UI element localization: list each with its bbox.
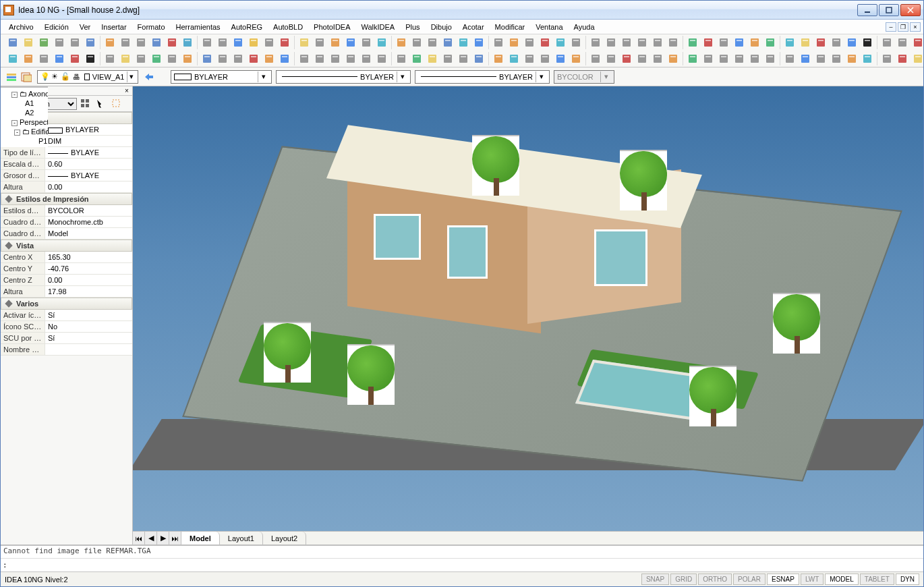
property-value[interactable]: -40.76 [45,263,132,274]
property-row[interactable]: Centro Y-40.76 [1,263,132,275]
toolbar-button[interactable] [165,52,179,65]
tab-nav-prev[interactable]: ◀ [145,532,157,544]
layer-states-icon[interactable] [20,70,33,84]
menu-insertar[interactable]: Insertar [96,21,132,33]
property-row[interactable]: Tipo de líneaBYLAYE [1,147,132,159]
toolbar-button[interactable] [359,52,373,65]
property-row[interactable]: Centro Z0.00 [1,275,132,286]
toolbar-button[interactable] [231,36,245,49]
toolbar-button[interactable] [426,36,439,49]
toolbar-button[interactable] [492,36,505,49]
toolbar-button[interactable] [845,36,859,49]
toolbar-button[interactable] [84,52,97,65]
status-toggle-model[interactable]: MODEL [825,574,859,585]
toolbar-button[interactable] [896,52,909,65]
toolbar-button[interactable] [783,36,797,49]
property-value[interactable]: Sí [45,310,132,320]
property-row[interactable]: Centro X165.30 [1,252,132,263]
toolbar-button[interactable] [651,36,664,49]
toolbar-button[interactable] [37,36,51,49]
property-row[interactable]: Ícono SCU …No [1,321,132,333]
toolbar-button[interactable] [441,52,455,65]
toolbar-button[interactable] [523,36,536,49]
layer-manager-icon[interactable] [5,70,18,84]
toolbar-button[interactable] [911,36,923,49]
toolbar-button[interactable] [589,36,602,49]
property-row[interactable]: Nombre del… [1,344,132,356]
menu-archivo[interactable]: Archivo [3,21,39,33]
toolbar-button[interactable] [538,52,552,65]
toolbar-button[interactable] [410,52,424,65]
toolbar-button[interactable] [68,52,82,65]
toolbar-button[interactable] [830,36,843,49]
menu-autobld[interactable]: AutoBLD [268,21,308,33]
toolbar-button[interactable] [686,52,699,65]
toolbar-button[interactable] [247,36,260,49]
menu-modificar[interactable]: Modificar [490,21,531,33]
menu-edición[interactable]: Edición [39,21,74,33]
toolbar-button[interactable] [666,36,680,49]
toolbar-button[interactable] [278,36,291,49]
toolbar-button[interactable] [845,52,859,65]
toolbar-button[interactable] [880,36,894,49]
toolbar-button[interactable] [375,36,388,49]
toolbar-button[interactable] [262,52,276,65]
toolbar-button[interactable] [119,36,132,49]
tab-layout1[interactable]: Layout1 [220,532,263,544]
status-toggle-snap[interactable]: SNAP [641,574,669,585]
property-row[interactable]: SCU por Ve…Sí [1,333,132,344]
toolbar-button[interactable] [799,36,812,49]
toolbar-button[interactable] [150,36,163,49]
quick-select-icon[interactable] [94,97,108,111]
toolbar-button[interactable] [717,36,730,49]
toolbar-button[interactable] [103,52,117,65]
menu-herramientas[interactable]: Herramientas [171,21,226,33]
tree-node[interactable]: -🗀Edificio [2,127,47,136]
toolbar-button[interactable] [328,52,342,65]
toolbar-button[interactable] [732,52,746,65]
toolbar-button[interactable] [783,52,797,65]
toolbar-button[interactable] [507,52,521,65]
property-value[interactable]: Sí [45,333,132,343]
tree-node[interactable]: A2 [2,108,47,117]
toolbar-button[interactable] [861,52,874,65]
toolbar-button[interactable] [814,52,828,65]
status-toggle-esnap[interactable]: ESNAP [767,574,799,585]
toolbar-button[interactable] [830,52,843,65]
toolbar-button[interactable] [620,52,633,65]
toolbar-button[interactable] [53,36,66,49]
toolbar-button[interactable] [359,36,373,49]
toolbar-button[interactable] [150,52,163,65]
section-header[interactable]: Estilos de Impresión [1,193,132,205]
tree-node[interactable]: P1 [2,136,47,146]
property-row[interactable]: Estilos de I…BYCOLOR [1,205,132,217]
command-input[interactable] [9,559,923,571]
toolbar-button[interactable] [410,36,424,49]
toolbar-button[interactable] [814,36,828,49]
toolbar-button[interactable] [328,36,342,49]
toolbar-button[interactable] [103,36,117,49]
tab-nav-last[interactable]: ⏭ [169,532,181,544]
tree-toggle-icon[interactable]: - [11,120,18,126]
toolbar-button[interactable] [569,36,583,49]
toolbar-button[interactable] [119,52,132,65]
tab-model[interactable]: Model [181,532,220,544]
toolbar-button[interactable] [896,36,909,49]
status-toggle-ortho[interactable]: ORTHO [698,574,732,585]
menu-ver[interactable]: Ver [74,21,96,33]
toolbar-button[interactable] [861,36,874,49]
toolbar-button[interactable] [134,36,148,49]
status-toggle-lwt[interactable]: LWT [801,574,824,585]
toolbar-button[interactable] [763,36,777,49]
toolbar-button[interactable] [554,36,567,49]
property-value[interactable]: No [45,321,132,332]
panel-close-button[interactable]: × [123,86,131,94]
menu-plus[interactable]: Plus [400,21,425,33]
toolbar-button[interactable] [216,36,229,49]
property-row[interactable]: Cuadro de i…Model [1,228,132,240]
toolbar-button[interactable] [748,52,761,65]
toolbar-button[interactable] [507,36,521,49]
status-toggle-grid[interactable]: GRID [670,574,697,585]
toolbar-button[interactable] [701,36,715,49]
toolbar-button[interactable] [701,52,715,65]
